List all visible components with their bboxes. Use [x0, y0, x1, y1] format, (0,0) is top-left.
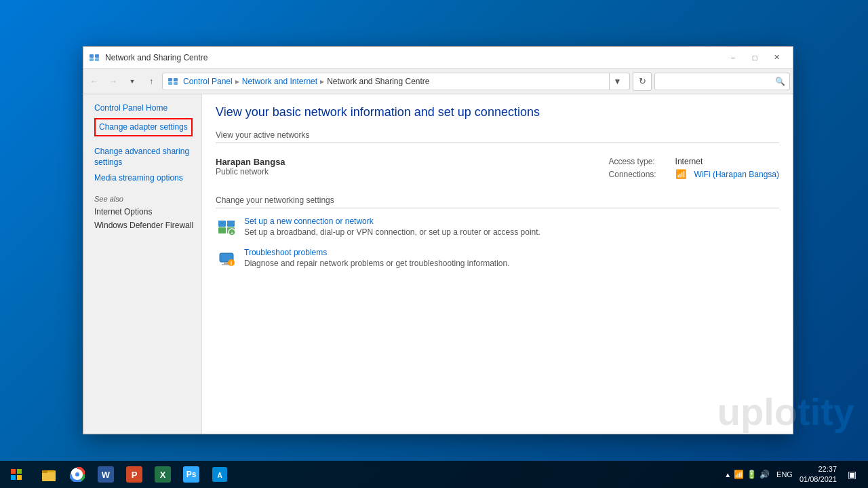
- window-icon: [89, 52, 100, 63]
- breadcrumb-icon: [167, 75, 179, 88]
- forward-button[interactable]: →: [105, 73, 121, 90]
- refresh-button[interactable]: ↻: [633, 72, 652, 91]
- taskbar-app-photoshop[interactable]: Ps: [178, 462, 205, 487]
- tray-battery-icon[interactable]: 🔋: [747, 470, 757, 479]
- maximize-button[interactable]: □: [744, 47, 766, 69]
- breadcrumb-network-internet[interactable]: Network and Internet: [242, 77, 317, 86]
- watermark-text2: tity: [797, 390, 854, 433]
- system-tray: ▲ 📶 🔋 🔊: [724, 470, 770, 479]
- troubleshoot-desc: Diagnose and repair network problems or …: [244, 259, 779, 268]
- see-also-label: See also: [94, 195, 201, 203]
- excel-icon: X: [155, 466, 171, 483]
- sidebar: Control Panel Home Change adapter settin…: [83, 94, 202, 434]
- access-type-value: Internet: [675, 157, 703, 166]
- breadcrumb-sep-2: ▸: [320, 77, 324, 86]
- change-networking-label: Change your networking settings: [216, 195, 779, 208]
- sidebar-item-windows-defender[interactable]: Windows Defender Firewall: [94, 221, 201, 230]
- taskbar-app-excel[interactable]: X: [149, 462, 176, 487]
- taskbar-date: 01/08/2021: [800, 474, 837, 485]
- notification-button[interactable]: ▣: [841, 461, 863, 488]
- svg-text:+: +: [231, 230, 234, 236]
- svg-point-28: [75, 472, 79, 476]
- network-right: Access type: Internet Connections: 📶 WiF…: [609, 157, 779, 179]
- svg-rect-3: [95, 58, 99, 61]
- svg-rect-25: [42, 470, 47, 473]
- svg-rect-21: [17, 469, 22, 474]
- access-type-label: Access type:: [609, 157, 670, 166]
- setup-connection-title[interactable]: Set up a new connection or network: [244, 217, 779, 226]
- breadcrumb-dropdown[interactable]: ▼: [609, 73, 625, 90]
- access-type-row: Access type: Internet: [609, 157, 779, 166]
- troubleshoot-title[interactable]: Troubleshoot problems: [244, 248, 779, 257]
- up-button[interactable]: ↑: [143, 73, 159, 90]
- troubleshoot-text: Troubleshoot problems Diagnose and repai…: [244, 248, 779, 268]
- close-button[interactable]: ✕: [766, 47, 787, 69]
- taskbar-language: ENG: [774, 470, 795, 478]
- azure-icon: A: [212, 466, 228, 483]
- breadcrumb-current: Network and Sharing Centre: [327, 77, 429, 86]
- sidebar-item-change-advanced-sharing[interactable]: Change advanced sharing settings: [94, 146, 201, 169]
- svg-rect-4: [168, 78, 172, 81]
- network-sharing-window: Network and Sharing Centre − □ ✕ ← → ▼ ↑…: [83, 46, 793, 434]
- taskbar-app-chrome[interactable]: [64, 462, 91, 487]
- svg-text:!: !: [231, 260, 233, 267]
- connections-label: Connections:: [609, 170, 670, 179]
- active-networks-label: View your active networks: [216, 130, 779, 143]
- network-card: Harapan Bangsa Public network Access typ…: [216, 151, 779, 185]
- breadcrumb-bar: Control Panel ▸ Network and Internet ▸ N…: [162, 73, 630, 90]
- taskbar-app-word[interactable]: W: [92, 462, 119, 487]
- powerpoint-icon: P: [126, 466, 142, 483]
- minimize-button[interactable]: −: [722, 47, 744, 69]
- svg-rect-10: [218, 227, 226, 233]
- breadcrumb-control-panel[interactable]: Control Panel: [183, 77, 233, 86]
- troubleshoot-icon: !: [216, 248, 237, 269]
- tray-expand-icon[interactable]: ▲: [724, 471, 731, 478]
- svg-rect-5: [174, 78, 178, 81]
- start-button[interactable]: [0, 461, 33, 488]
- setup-connection-icon: +: [216, 217, 237, 238]
- wifi-icon: 📶: [675, 169, 686, 179]
- network-left: Harapan Bangsa Public network: [216, 157, 609, 176]
- svg-rect-1: [95, 54, 99, 58]
- svg-rect-8: [218, 221, 226, 227]
- file-explorer-icon: [41, 466, 57, 483]
- history-button[interactable]: ▼: [124, 73, 140, 90]
- taskbar-clock[interactable]: 22:37 01/08/2021: [800, 464, 837, 485]
- taskbar: W P X Ps A: [0, 461, 868, 488]
- window-controls: − □ ✕: [722, 47, 787, 69]
- search-input[interactable]: [659, 77, 775, 86]
- network-type: Public network: [216, 167, 609, 176]
- search-bar: 🔍: [654, 73, 790, 90]
- setup-connection-desc: Set up a broadband, dial-up or VPN conne…: [244, 227, 779, 237]
- taskbar-app-powerpoint[interactable]: P: [121, 462, 148, 487]
- svg-rect-0: [90, 54, 94, 58]
- sidebar-item-internet-options[interactable]: Internet Options: [94, 207, 201, 217]
- photoshop-icon: Ps: [183, 466, 199, 483]
- taskbar-time: 22:37: [800, 464, 837, 474]
- troubleshoot-item: ! Troubleshoot problems Diagnose and rep…: [216, 248, 779, 269]
- svg-rect-2: [90, 58, 94, 61]
- taskbar-apps: W P X Ps A: [33, 461, 236, 488]
- setup-connection-text: Set up a new connection or network Set u…: [244, 217, 779, 237]
- svg-rect-22: [11, 475, 16, 480]
- sidebar-item-media-streaming[interactable]: Media streaming options: [94, 172, 201, 184]
- page-title: View your basic network information and …: [216, 105, 779, 119]
- sidebar-item-change-adapter-settings[interactable]: Change adapter settings: [94, 118, 193, 136]
- connections-row: Connections: 📶 WiFi (Harapan Bangsa): [609, 169, 779, 179]
- breadcrumb-sep-1: ▸: [235, 77, 239, 86]
- content-area: Control Panel Home Change adapter settin…: [83, 94, 793, 434]
- chrome-icon: [69, 466, 85, 483]
- search-icon[interactable]: 🔍: [775, 77, 785, 86]
- svg-rect-6: [168, 82, 172, 85]
- main-content: View your basic network information and …: [202, 94, 793, 434]
- taskbar-right: ▲ 📶 🔋 🔊 ENG 22:37 01/08/2021 ▣: [719, 461, 868, 488]
- tray-network-icon[interactable]: 📶: [734, 470, 744, 479]
- taskbar-app-azure[interactable]: A: [206, 462, 233, 487]
- address-bar: ← → ▼ ↑ Control Panel ▸ Network and Inte…: [83, 69, 793, 94]
- taskbar-app-file-explorer[interactable]: [35, 462, 62, 487]
- tray-volume-icon[interactable]: 🔊: [760, 470, 770, 479]
- sidebar-item-control-panel-home[interactable]: Control Panel Home: [94, 102, 201, 114]
- window-title: Network and Sharing Centre: [105, 53, 722, 62]
- back-button[interactable]: ←: [86, 73, 102, 90]
- connections-link[interactable]: WiFi (Harapan Bangsa): [694, 170, 779, 179]
